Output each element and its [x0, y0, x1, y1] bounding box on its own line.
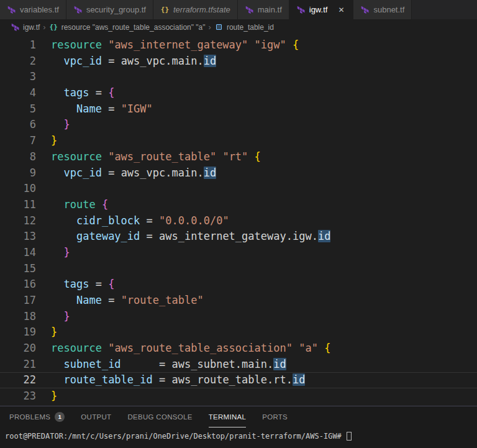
code-line-11[interactable]: 11 route {	[0, 197, 477, 213]
code-line-13[interactable]: 13 gateway_id = aws_internet_gateway.igw…	[0, 229, 477, 245]
line-number: 19	[0, 324, 36, 341]
panel-tab-ports[interactable]: PORTS	[262, 406, 288, 427]
tab-label: subnet.tf	[373, 5, 404, 14]
code-line-15[interactable]: 15	[0, 261, 477, 277]
code-text: }	[36, 245, 70, 261]
panel-tab-problems[interactable]: PROBLEMS1	[9, 406, 65, 427]
panel-tab-terminal[interactable]: TERMINAL	[209, 406, 247, 427]
code-line-21[interactable]: 21 subnet_id = aws_subnet.main.id	[0, 357, 477, 373]
close-icon[interactable]: ✕	[336, 5, 346, 15]
editor-tab-bar: variables.tfsecurity_group.tf{}terraform…	[0, 0, 477, 19]
code-text: }	[36, 309, 70, 325]
code-line-4[interactable]: 4 tags = {	[0, 85, 477, 101]
bottom-panel: PROBLEMS1OUTPUTDEBUG CONSOLETERMINALPORT…	[0, 406, 477, 448]
editor-tab-main-tf[interactable]: main.tf	[238, 0, 289, 19]
code-text: resource "aws_route_table" "rt" {	[36, 149, 261, 165]
breadcrumb-label: resource "aws_route_table_association" "…	[61, 23, 206, 32]
breadcrumb-separator: ›	[209, 22, 211, 32]
code-text	[36, 261, 51, 277]
code-line-20[interactable]: 20resource "aws_route_table_association"…	[0, 341, 477, 357]
editor-tab-igw-tf[interactable]: igw.tf✕	[289, 0, 354, 19]
line-number: 22	[0, 372, 36, 388]
code-line-10[interactable]: 10	[0, 181, 477, 197]
code-line-23[interactable]: 23}	[0, 388, 477, 405]
line-number: 12	[0, 213, 36, 229]
terraform-icon	[11, 23, 20, 31]
line-number: 13	[0, 229, 36, 245]
editor-tab-variables-tf[interactable]: variables.tf	[0, 0, 66, 19]
code-text: resource "aws_route_table_association" "…	[36, 341, 330, 357]
line-number: 23	[0, 388, 36, 405]
line-number: 4	[0, 85, 36, 101]
code-line-16[interactable]: 16 tags = {	[0, 277, 477, 293]
code-text: route_table_id = aws_route_table.rt.id	[36, 372, 305, 388]
code-line-14[interactable]: 14 }	[0, 245, 477, 261]
breadcrumb-item-0[interactable]: igw.tf	[11, 23, 40, 32]
code-line-7[interactable]: 7}	[0, 133, 477, 149]
terraform-icon	[296, 6, 306, 14]
tab-label: igw.tf	[309, 5, 328, 14]
code-text: }	[36, 133, 57, 149]
code-line-17[interactable]: 17 Name = "route_table"	[0, 293, 477, 309]
line-number: 6	[0, 117, 36, 133]
line-number: 14	[0, 245, 36, 261]
tab-label: main.tf	[258, 5, 282, 14]
line-number: 16	[0, 277, 36, 293]
line-number: 21	[0, 357, 36, 373]
code-line-12[interactable]: 12 cidr_block = "0.0.0.0/0"	[0, 213, 477, 229]
panel-tab-label: DEBUG CONSOLE	[127, 413, 192, 421]
code-text	[36, 69, 51, 85]
line-number: 15	[0, 261, 36, 277]
terraform-icon	[245, 6, 254, 14]
terminal-prompt: root@PREDATOR:/mnt/c/Users/prani/OneDriv…	[5, 432, 342, 441]
breadcrumb-label: igw.tf	[23, 23, 40, 32]
code-text: resource "aws_internet_gateway" "igw" {	[36, 37, 299, 53]
terraform-icon	[73, 6, 83, 14]
panel-tab-label: PROBLEMS	[9, 413, 50, 421]
code-text	[36, 181, 51, 197]
code-line-18[interactable]: 18 }	[0, 309, 477, 325]
code-text: route {	[36, 197, 108, 213]
code-line-19[interactable]: 19}	[0, 324, 477, 341]
code-line-3[interactable]: 3	[0, 69, 477, 85]
panel-tab-debug-console[interactable]: DEBUG CONSOLE	[127, 406, 192, 427]
symbol-namespace-icon: {}	[49, 23, 58, 31]
line-number: 8	[0, 149, 36, 165]
editor-tab-subnet-tf[interactable]: subnet.tf	[353, 0, 412, 19]
terraform-icon	[360, 6, 370, 14]
code-text: Name = "route_table"	[36, 293, 204, 309]
terminal[interactable]: root@PREDATOR:/mnt/c/Users/prani/OneDriv…	[0, 427, 477, 441]
panel-tab-output[interactable]: OUTPUT	[81, 406, 111, 427]
tab-label: variables.tf	[20, 5, 59, 14]
editor-tab-security_group-tf[interactable]: security_group.tf	[66, 0, 153, 19]
code-text: }	[36, 388, 57, 405]
code-text: tags = {	[36, 85, 114, 101]
line-number: 18	[0, 309, 36, 325]
code-line-2[interactable]: 2 vpc_id = aws_vpc.main.id	[0, 53, 477, 70]
code-text: cidr_block = "0.0.0.0/0"	[36, 213, 229, 229]
code-line-1[interactable]: 1resource "aws_internet_gateway" "igw" {	[0, 37, 477, 53]
breadcrumb-separator: ›	[43, 22, 45, 32]
panel-tab-label: OUTPUT	[81, 413, 111, 421]
breadcrumb-item-2[interactable]: route_table_id	[214, 23, 274, 32]
line-number: 5	[0, 101, 36, 117]
code-text: gateway_id = aws_internet_gateway.igw.id	[36, 229, 330, 245]
line-number: 11	[0, 197, 36, 213]
code-line-8[interactable]: 8resource "aws_route_table" "rt" {	[0, 149, 477, 165]
line-number: 10	[0, 181, 36, 197]
code-line-9[interactable]: 9 vpc_id = aws_vpc.main.id	[0, 165, 477, 181]
code-line-5[interactable]: 5 Name = "IGW"	[0, 101, 477, 117]
code-line-22[interactable]: 22 route_table_id = aws_route_table.rt.i…	[0, 372, 477, 388]
terminal-cursor	[347, 432, 352, 441]
line-number: 3	[0, 69, 36, 85]
code-editor[interactable]: 1resource "aws_internet_gateway" "igw" {…	[0, 35, 477, 406]
editor-tab-terraform-tfstate[interactable]: {}terraform.tfstate	[153, 0, 238, 19]
code-text: vpc_id = aws_vpc.main.id	[36, 53, 216, 70]
code-text: Name = "IGW"	[36, 101, 153, 117]
code-line-6[interactable]: 6 }	[0, 117, 477, 133]
panel-tab-label: PORTS	[262, 413, 288, 421]
symbol-field-icon	[214, 24, 224, 30]
code-text: tags = {	[36, 277, 114, 293]
breadcrumb-item-1[interactable]: {}resource "aws_route_table_association"…	[49, 23, 206, 32]
breadcrumb: igw.tf›{}resource "aws_route_table_assoc…	[0, 19, 477, 35]
